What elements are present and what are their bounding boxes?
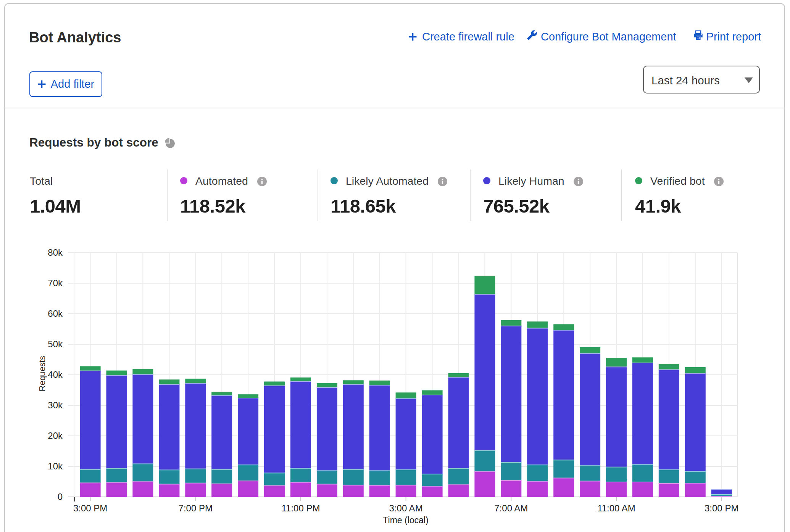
svg-text:Requests: Requests bbox=[37, 356, 47, 392]
svg-text:3:00 PM: 3:00 PM bbox=[705, 503, 738, 513]
svg-text:50k: 50k bbox=[48, 339, 63, 349]
svg-text:7:00 PM: 7:00 PM bbox=[179, 503, 213, 513]
svg-text:40k: 40k bbox=[48, 369, 63, 380]
svg-text:80k: 80k bbox=[48, 247, 63, 258]
svg-text:10k: 10k bbox=[48, 461, 63, 471]
svg-text:Time (local): Time (local) bbox=[383, 515, 428, 525]
svg-text:20k: 20k bbox=[48, 430, 63, 441]
svg-text:0: 0 bbox=[58, 492, 63, 502]
svg-text:7:00 AM: 7:00 AM bbox=[494, 503, 528, 513]
svg-text:30k: 30k bbox=[48, 400, 63, 410]
svg-text:3:00 AM: 3:00 AM bbox=[389, 503, 423, 513]
svg-text:3:00 PM: 3:00 PM bbox=[73, 503, 107, 513]
svg-text:11:00 AM: 11:00 AM bbox=[597, 503, 635, 513]
svg-text:11:00 PM: 11:00 PM bbox=[282, 503, 320, 513]
svg-text:60k: 60k bbox=[48, 308, 63, 319]
svg-text:70k: 70k bbox=[48, 278, 63, 288]
